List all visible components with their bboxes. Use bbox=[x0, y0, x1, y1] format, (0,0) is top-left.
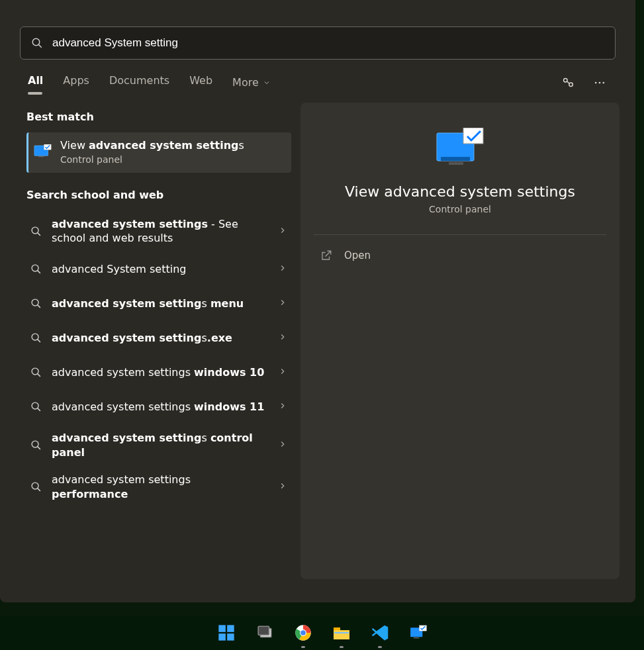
svg-point-12 bbox=[32, 265, 38, 272]
task-view-button[interactable] bbox=[255, 623, 275, 643]
search-icon bbox=[29, 332, 42, 344]
search-icon bbox=[29, 481, 42, 492]
svg-line-25 bbox=[37, 488, 40, 491]
svg-rect-28 bbox=[441, 157, 470, 161]
svg-point-10 bbox=[32, 227, 38, 234]
open-label: Open bbox=[344, 250, 371, 261]
search-result-0[interactable]: advanced system settings - See school an… bbox=[26, 210, 291, 252]
chrome-app[interactable] bbox=[293, 623, 313, 643]
svg-line-15 bbox=[37, 305, 40, 308]
account-link-icon[interactable] bbox=[560, 75, 576, 91]
start-button[interactable] bbox=[216, 623, 236, 643]
filter-tab-all[interactable]: All bbox=[28, 74, 43, 91]
filter-tab-apps[interactable]: Apps bbox=[63, 74, 89, 91]
svg-rect-8 bbox=[38, 156, 44, 157]
search-icon bbox=[31, 37, 43, 49]
svg-line-11 bbox=[37, 233, 40, 236]
svg-line-13 bbox=[37, 271, 40, 273]
search-icon bbox=[29, 263, 42, 275]
search-icon bbox=[29, 298, 42, 309]
svg-point-38 bbox=[300, 630, 306, 635]
chevron-right-icon bbox=[278, 439, 287, 451]
svg-point-3 bbox=[569, 83, 573, 87]
svg-line-21 bbox=[37, 408, 40, 411]
svg-rect-39 bbox=[334, 627, 340, 630]
chevron-right-icon bbox=[278, 225, 287, 238]
filter-row: All Apps Documents Web More bbox=[0, 60, 635, 91]
result-text: advanced System setting bbox=[52, 262, 269, 277]
search-result-7[interactable]: advanced system settings performance bbox=[26, 466, 291, 508]
search-result-1[interactable]: advanced System setting bbox=[26, 252, 291, 287]
more-options-icon[interactable] bbox=[592, 75, 608, 91]
best-match-title: View advanced system settings bbox=[60, 139, 244, 153]
svg-point-2 bbox=[564, 78, 568, 82]
search-result-2[interactable]: advanced system settings menu bbox=[26, 287, 291, 321]
control-panel-icon-large bbox=[436, 128, 484, 169]
svg-point-5 bbox=[599, 81, 601, 83]
chevron-right-icon bbox=[278, 297, 287, 310]
search-box[interactable] bbox=[20, 26, 616, 60]
file-explorer-app[interactable] bbox=[332, 623, 351, 643]
best-match-result[interactable]: View advanced system settings Control pa… bbox=[26, 132, 291, 173]
open-icon bbox=[320, 250, 332, 261]
result-text: advanced system settings windows 10 bbox=[52, 365, 269, 380]
open-action[interactable]: Open bbox=[314, 242, 606, 269]
svg-rect-33 bbox=[227, 633, 234, 641]
filter-tab-more[interactable]: More bbox=[232, 76, 271, 89]
chevron-down-icon bbox=[263, 79, 271, 87]
svg-line-17 bbox=[37, 340, 40, 342]
svg-rect-42 bbox=[414, 637, 419, 638]
divider bbox=[314, 234, 606, 235]
search-icon bbox=[29, 367, 42, 378]
result-text: advanced system settings menu bbox=[52, 297, 269, 311]
search-icon bbox=[29, 440, 42, 451]
search-icon bbox=[29, 226, 42, 237]
svg-rect-31 bbox=[227, 625, 234, 632]
svg-rect-30 bbox=[218, 625, 226, 632]
svg-rect-40 bbox=[334, 632, 349, 633]
taskbar bbox=[0, 616, 644, 650]
chevron-right-icon bbox=[278, 332, 287, 344]
search-icon bbox=[29, 401, 42, 412]
settings-app[interactable] bbox=[408, 623, 428, 643]
search-result-6[interactable]: advanced system settings control panel bbox=[26, 424, 291, 466]
svg-line-19 bbox=[37, 374, 40, 377]
chevron-right-icon bbox=[278, 481, 287, 493]
svg-rect-32 bbox=[218, 633, 226, 641]
chevron-right-icon bbox=[278, 263, 287, 275]
svg-point-20 bbox=[32, 403, 38, 410]
svg-line-1 bbox=[38, 44, 42, 48]
filter-tab-web[interactable]: Web bbox=[189, 74, 212, 91]
svg-point-14 bbox=[32, 300, 38, 306]
best-match-header: Best match bbox=[26, 111, 291, 123]
svg-rect-29 bbox=[463, 128, 483, 144]
search-result-3[interactable]: advanced system settings.exe bbox=[26, 321, 291, 355]
result-text: advanced system settings control panel bbox=[52, 431, 269, 459]
search-panel: All Apps Documents Web More Best match bbox=[0, 0, 635, 602]
svg-point-18 bbox=[32, 369, 38, 375]
search-result-4[interactable]: advanced system settings windows 10 bbox=[26, 355, 291, 390]
result-text: advanced system settings performance bbox=[52, 473, 269, 501]
preview-panel: View advanced system settings Control pa… bbox=[300, 103, 620, 579]
search-result-5[interactable]: advanced system settings windows 11 bbox=[26, 390, 291, 424]
results-column: Best match View advanced system settings… bbox=[26, 103, 291, 579]
svg-point-22 bbox=[32, 441, 38, 447]
search-input[interactable] bbox=[52, 36, 604, 50]
result-text: advanced system settings windows 11 bbox=[52, 400, 269, 414]
chevron-right-icon bbox=[278, 400, 287, 413]
result-text: advanced system settings.exe bbox=[52, 331, 269, 346]
svg-rect-27 bbox=[449, 162, 463, 165]
result-text: advanced system settings - See school an… bbox=[52, 217, 269, 246]
best-match-subtitle: Control panel bbox=[60, 154, 244, 165]
preview-subtitle: Control panel bbox=[314, 204, 606, 214]
svg-point-24 bbox=[32, 483, 38, 489]
preview-title: View advanced system settings bbox=[314, 183, 606, 200]
svg-point-6 bbox=[603, 81, 605, 83]
svg-rect-35 bbox=[258, 626, 269, 635]
svg-point-16 bbox=[32, 334, 38, 341]
vscode-app[interactable] bbox=[370, 623, 390, 643]
svg-point-4 bbox=[595, 81, 597, 83]
control-panel-icon bbox=[34, 144, 52, 159]
chevron-right-icon bbox=[278, 366, 287, 379]
filter-tab-documents[interactable]: Documents bbox=[109, 74, 169, 91]
